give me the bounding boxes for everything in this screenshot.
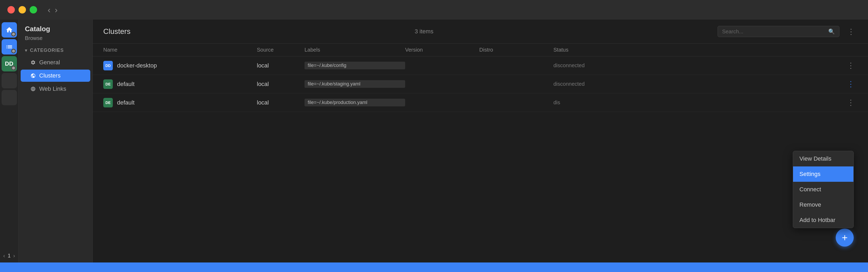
pagination: ‹ 1 ›: [3, 249, 15, 263]
rail-icon-blank1[interactable]: [2, 73, 17, 89]
main-layout: DD ‹ 1 › Catalog Browse ▾ CATEGORIES: [0, 20, 868, 263]
col-distro: Distro: [479, 47, 553, 53]
gear-icon: [12, 33, 15, 36]
col-name: Name: [103, 47, 257, 53]
sidebar-item-clusters[interactable]: Clusters: [21, 70, 90, 82]
cluster-name-2: default: [117, 99, 134, 106]
name-cell-1: DE default: [103, 79, 257, 89]
row-more-button-1[interactable]: ⋮: [844, 78, 858, 90]
minimize-button[interactable]: [19, 6, 26, 13]
sidebar-web-links-label: Web Links: [39, 86, 66, 92]
status-0: disconnected: [553, 62, 844, 69]
catalog-title: Catalog: [19, 22, 92, 35]
dropdown-item-view-details[interactable]: View Details: [793, 151, 854, 166]
dropdown-item-remove[interactable]: Remove: [793, 197, 854, 212]
table-row: DE default local file=~/.kube/staging.ya…: [93, 75, 868, 93]
home-gear: [11, 32, 16, 36]
icon-rail: DD ‹ 1 ›: [0, 20, 19, 263]
category-sidebar: Catalog Browse ▾ CATEGORIES General Clus…: [19, 20, 93, 263]
cluster-name-0: docker-desktop: [117, 62, 157, 69]
col-actions: [844, 47, 858, 53]
close-button[interactable]: [7, 6, 15, 13]
dropdown-item-add-to-hotbar[interactable]: Add to Hotbar: [793, 212, 854, 228]
row-more-button-2[interactable]: ⋮: [844, 97, 858, 108]
traffic-lights: [7, 6, 37, 13]
row-more-button-0[interactable]: ⋮: [844, 60, 858, 71]
search-box[interactable]: 🔍: [718, 26, 839, 37]
browse-link[interactable]: Browse: [19, 35, 92, 45]
categories-header[interactable]: ▾ CATEGORIES: [19, 45, 92, 56]
col-status: Status: [553, 47, 844, 53]
table-row: DE default local file=~/.kube/production…: [93, 93, 868, 112]
col-version: Version: [405, 47, 479, 53]
source-0: local: [257, 62, 305, 69]
maximize-button[interactable]: [30, 6, 37, 13]
search-icon: 🔍: [828, 28, 835, 35]
label-1: file=~/.kube/staging.yaml: [305, 80, 405, 88]
col-labels: Labels: [305, 47, 405, 53]
chevron-down-icon: ▾: [25, 48, 27, 53]
titlebar: ‹ ›: [0, 0, 868, 20]
status-1: disconnected: [553, 81, 844, 87]
status-2: dis: [553, 100, 844, 106]
rail-icon-dd-avatar[interactable]: DD: [2, 56, 17, 71]
content-header: Clusters 3 items 🔍 ⋮: [93, 20, 868, 44]
main-content: Clusters 3 items 🔍 ⋮ Name Source Labels …: [93, 20, 868, 263]
header-more-button[interactable]: ⋮: [845, 26, 858, 37]
name-cell-2: DE default: [103, 98, 257, 107]
gear-avatar-icon: [12, 66, 15, 70]
rail-icon-catalog[interactable]: [2, 39, 17, 55]
source-2: local: [257, 99, 305, 106]
source-1: local: [257, 81, 305, 88]
table-header: Name Source Labels Version Distro Status: [93, 44, 868, 56]
search-input[interactable]: [722, 29, 825, 35]
nav-buttons: ‹ ›: [48, 6, 58, 14]
avatar-gear: [11, 66, 16, 70]
col-source: Source: [257, 47, 305, 53]
dropdown-item-settings[interactable]: Settings: [793, 166, 854, 182]
catalog-gear: [11, 49, 16, 54]
content-title: Clusters: [103, 27, 130, 36]
sidebar-item-general[interactable]: General: [21, 56, 90, 69]
cluster-avatar-2: DE: [103, 98, 113, 107]
gear-small-icon: [12, 49, 15, 53]
label-2: file=~/.kube/production.yaml: [305, 99, 405, 106]
back-button[interactable]: ‹: [48, 6, 51, 14]
label-0: file=~/.kube/config: [305, 62, 405, 69]
item-count: 3 items: [136, 28, 712, 35]
bottom-bar: [0, 263, 868, 272]
dropdown-menu: View Details Settings Connect Remove Add…: [793, 151, 854, 228]
next-page-icon[interactable]: ›: [13, 253, 15, 259]
add-fab-button[interactable]: +: [836, 229, 854, 247]
cluster-name-1: default: [117, 81, 134, 88]
rail-icon-blank2[interactable]: [2, 90, 17, 105]
rail-icon-home[interactable]: [2, 22, 17, 38]
forward-button[interactable]: ›: [55, 6, 58, 14]
gear-cat-icon: [30, 60, 36, 65]
prev-page-icon[interactable]: ‹: [3, 253, 5, 259]
cluster-avatar-0: DD: [103, 61, 113, 70]
dropdown-item-connect[interactable]: Connect: [793, 182, 854, 197]
name-cell-0: DD docker-desktop: [103, 61, 257, 70]
sidebar-item-web-links[interactable]: Web Links: [21, 83, 90, 95]
page-number: 1: [8, 253, 10, 259]
sidebar-clusters-label: Clusters: [39, 72, 61, 79]
cluster-avatar-1: DE: [103, 79, 113, 89]
table-row: DD docker-desktop local file=~/.kube/con…: [93, 56, 868, 75]
web-cat-icon: [30, 86, 36, 92]
table-container: Name Source Labels Version Distro Status…: [93, 44, 868, 263]
sidebar-general-label: General: [39, 59, 60, 66]
cluster-cat-icon: [30, 73, 36, 78]
categories-label: CATEGORIES: [30, 47, 64, 53]
